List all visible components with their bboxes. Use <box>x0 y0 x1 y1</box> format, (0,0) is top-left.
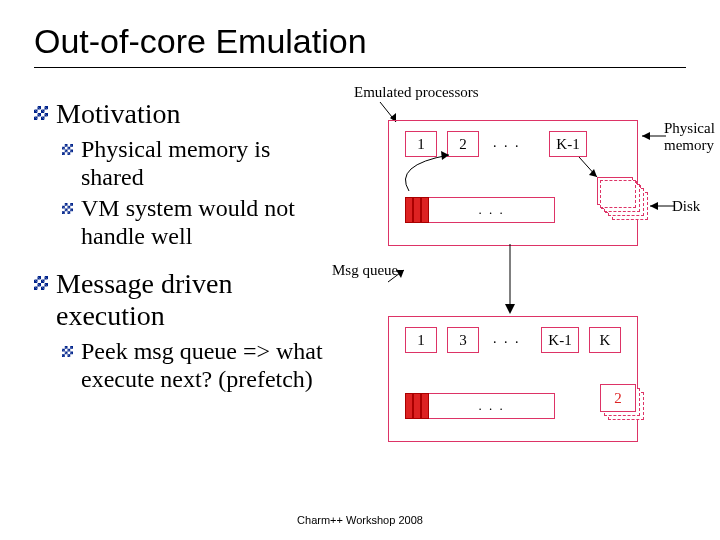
svg-marker-12 <box>505 304 515 314</box>
svg-marker-3 <box>642 132 650 140</box>
bullet-marker <box>34 106 48 120</box>
slide-title: Out-of-core Emulation <box>34 22 686 68</box>
label-physmem: Physical memory <box>664 120 720 154</box>
svg-marker-8 <box>441 151 449 160</box>
ellipsis: . . . <box>493 135 521 151</box>
bullet-prefetch: Peek msg queue => what execute next? (pr… <box>81 338 334 393</box>
bullet-marker <box>62 203 73 214</box>
bullet-phys-mem: Physical memory is shared <box>81 136 334 191</box>
diagram: Emulated processors Physical memory Disk… <box>332 84 720 484</box>
label-disk: Disk <box>672 198 700 215</box>
text-column: Motivation Physical memory is shared VM … <box>34 98 334 398</box>
proc-box: K-1 <box>549 131 587 157</box>
proc-box: 1 <box>405 327 437 353</box>
bullet-msg-driven: Message driven execution <box>56 268 334 332</box>
msg-queue: . . . <box>405 393 555 419</box>
proc-box: 3 <box>447 327 479 353</box>
svg-marker-10 <box>589 169 597 177</box>
bullet-marker <box>62 144 73 155</box>
bullet-vm: VM system would not handle well <box>81 195 334 250</box>
bullet-motivation: Motivation <box>56 98 180 130</box>
label-emulated: Emulated processors <box>354 84 479 101</box>
svg-marker-7 <box>396 270 404 278</box>
bullet-marker <box>34 276 48 290</box>
bullet-marker <box>62 346 73 357</box>
slide-footer: Charm++ Workshop 2008 <box>0 514 720 526</box>
proc-box: K <box>589 327 621 353</box>
panel-bottom: 1 3 . . . K-1 K . . . <box>388 316 638 442</box>
proc-box: K-1 <box>541 327 579 353</box>
swap-box-2: 2 <box>600 384 636 412</box>
svg-marker-5 <box>650 202 658 210</box>
queue-ellipsis: . . . <box>429 393 555 419</box>
ellipsis: . . . <box>493 331 521 347</box>
